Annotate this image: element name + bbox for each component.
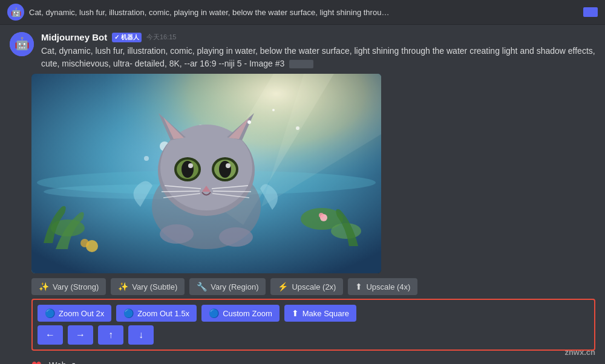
svg-point-48 [80, 239, 89, 247]
vary-subtle-button[interactable]: ✨ Vary (Subtle) [111, 278, 185, 295]
svg-text:🤖: 🤖 [15, 36, 30, 51]
arrow-buttons-row: ← → ↑ ↓ [38, 325, 589, 345]
zoom-out-2x-button[interactable]: 🔵 Zoom Out 2x [38, 305, 111, 322]
zoom-controls-group: 🔵 Zoom Out 2x 🔵 Zoom Out 1.5x 🔵 Custom Z… [31, 299, 595, 351]
image-label: - Image #3 [244, 59, 284, 68]
svg-point-28 [188, 163, 193, 168]
pan-up-button[interactable]: ↑ [98, 325, 123, 345]
ai-generated-image [31, 74, 381, 273]
buttons-row-1: ✨ Vary (Strong) ✨ Vary (Subtle) 🔧 Vary (… [31, 278, 595, 295]
svg-point-10 [319, 213, 324, 218]
svg-point-16 [144, 156, 149, 161]
pan-right-button[interactable]: → [68, 325, 93, 345]
svg-point-27 [182, 161, 194, 178]
upscale-2x-icon: ⚡ [278, 282, 288, 291]
web-button[interactable]: Web ↗ [49, 360, 76, 364]
watermark: znwx.cn [564, 348, 595, 357]
arrow-left-icon: ← [45, 330, 55, 340]
zoom-out-1-5x-icon: 🔵 [123, 308, 134, 318]
arrow-right-icon: → [76, 330, 85, 340]
avatar: 🤖 [10, 32, 34, 56]
zoom-out-2x-icon: 🔵 [45, 308, 55, 318]
pan-down-button[interactable]: ↓ [128, 325, 154, 345]
custom-zoom-icon: 🔵 [209, 308, 219, 318]
vary-region-icon: 🔧 [197, 282, 207, 291]
header-image-thumbnail [583, 7, 598, 17]
upscale-4x-button[interactable]: ⬆ Upscale (4x) [348, 278, 417, 295]
vary-region-button[interactable]: 🔧 Vary (Region) [189, 278, 266, 295]
svg-point-44 [296, 126, 299, 130]
vary-strong-button[interactable]: ✨ Vary (Strong) [31, 278, 106, 295]
svg-point-32 [226, 163, 231, 168]
header-bot-icon: 🤖 [7, 4, 24, 21]
upscale-2x-button[interactable]: ⚡ Upscale (2x) [270, 278, 343, 295]
header-prompt-text: Cat, dynamic, lush fur, illustration, co… [29, 8, 578, 17]
message-content: Midjourney Bot ✓ 机器人 今天16:15 Cat, dynami… [41, 32, 595, 70]
zoom-out-1-5x-button[interactable]: 🔵 Zoom Out 1.5x [116, 305, 197, 322]
arrow-up-icon: ↑ [108, 330, 113, 340]
message-header: Midjourney Bot ✓ 机器人 今天16:15 [41, 32, 595, 42]
upscale-4x-icon: ⬆ [355, 282, 362, 291]
arrow-down-icon: ↓ [139, 330, 143, 340]
external-link-icon: ↗ [69, 360, 76, 364]
make-square-icon: ⬆ [292, 308, 299, 318]
svg-point-41 [219, 227, 253, 247]
image-container [31, 74, 595, 273]
make-square-button[interactable]: ⬆ Make Square [284, 305, 356, 322]
svg-point-40 [160, 224, 194, 244]
custom-zoom-button[interactable]: 🔵 Custom Zoom [201, 305, 280, 322]
bot-tag: ✓ 机器人 [112, 33, 142, 42]
svg-point-31 [219, 161, 231, 178]
heart-button[interactable]: ❤ [31, 358, 42, 364]
vary-strong-icon: ✨ [39, 282, 49, 291]
vary-subtle-icon: ✨ [118, 282, 128, 291]
timestamp: 今天16:15 [146, 33, 177, 42]
message-row: 🤖 Midjourney Bot ✓ 机器人 今天16:15 Cat, dyna… [0, 25, 605, 74]
web-label: Web [49, 360, 67, 364]
zoom-buttons-row: 🔵 Zoom Out 2x 🔵 Zoom Out 1.5x 🔵 Custom Z… [38, 305, 589, 322]
footer-row: ❤ Web ↗ [31, 356, 605, 364]
header-bar: 🤖 Cat, dynamic, lush fur, illustration, … [0, 0, 605, 25]
svg-point-43 [272, 109, 275, 111]
svg-line-35 [162, 191, 200, 192]
pan-left-button[interactable]: ← [38, 325, 63, 345]
message-text: Cat, dynamic, lush fur, illustration, co… [41, 45, 595, 70]
bot-name: Midjourney Bot [41, 32, 107, 42]
svg-line-38 [213, 191, 251, 192]
